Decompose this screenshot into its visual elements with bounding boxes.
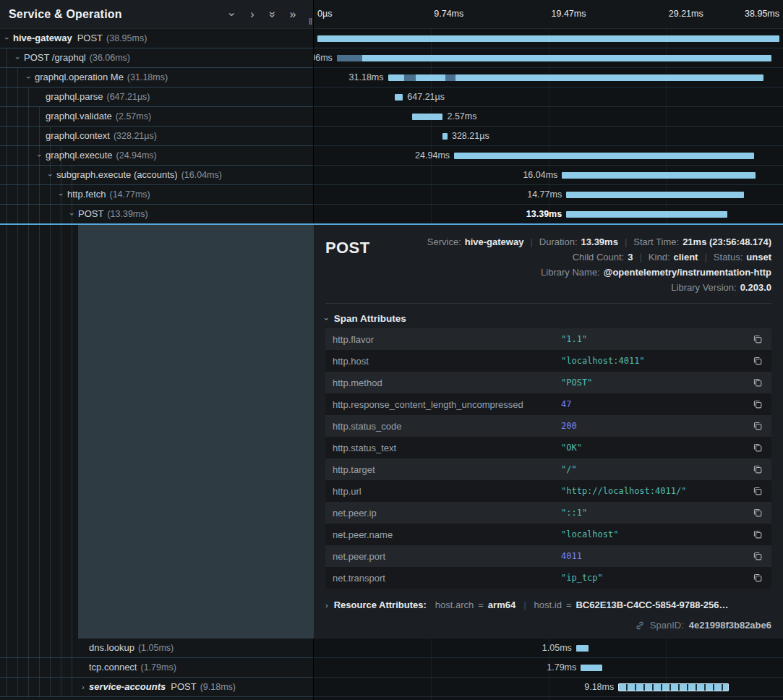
copy-attribute-button[interactable]: [751, 354, 764, 367]
span-duration-bar[interactable]: [388, 74, 763, 81]
meta-value: 3: [628, 252, 633, 262]
collapse-all-icon[interactable]: »: [266, 4, 279, 25]
span-tree-row[interactable]: ›service-accountsPOST(9.18ms): [0, 678, 313, 697]
span-duration-bar[interactable]: [618, 683, 729, 691]
meta-separator: |: [530, 236, 532, 247]
timeline-row[interactable]: 2.57ms: [314, 107, 783, 127]
resource-attributes-title: Resource Attributes:: [334, 599, 427, 610]
span-duration-bar[interactable]: [454, 153, 754, 159]
span-label: http.fetch(14.77ms): [67, 185, 150, 204]
expand-children-icon[interactable]: ›: [242, 8, 262, 21]
span-duration-bar[interactable]: [566, 192, 744, 198]
timeline-rows-top: 36.06ms31.18ms647.21µs2.57ms328.21µs24.9…: [314, 29, 783, 224]
collapse-children-icon[interactable]: ›: [226, 4, 239, 25]
attribute-row: net.peer.ip"::1": [325, 502, 771, 524]
copy-attribute-button[interactable]: [751, 333, 764, 346]
panel-resize-handle[interactable]: ‖: [309, 16, 312, 27]
chevron-down-icon[interactable]: ›: [57, 193, 66, 196]
duration-label: 2.57ms: [447, 107, 476, 127]
meta-separator: |: [704, 252, 706, 262]
span-tree-row[interactable]: ›graphql.execute(24.94ms): [0, 146, 313, 166]
span-tree-row[interactable]: graphql.validate(2.57ms): [0, 107, 313, 127]
attribute-key: net.peer.port: [333, 551, 561, 562]
span-duration: (1.05ms): [138, 643, 174, 653]
chevron-down-icon[interactable]: ›: [46, 174, 55, 176]
span-duration-bar[interactable]: [317, 35, 780, 42]
copy-attribute-button[interactable]: [751, 463, 764, 476]
chevron-down-icon[interactable]: ›: [35, 154, 44, 157]
meta-separator: |: [625, 236, 627, 247]
chevron-down-icon[interactable]: ›: [3, 37, 12, 40]
resource-separator: |: [523, 599, 526, 610]
span-duration-bar[interactable]: [442, 133, 447, 140]
resource-value: BC62E13B-C4CC-5854-9788-256…: [576, 599, 728, 610]
timeline-row[interactable]: 1.79ms: [314, 658, 783, 678]
timeline-row[interactable]: 9.18ms: [314, 678, 783, 697]
link-icon[interactable]: [635, 620, 645, 631]
span-tree-row[interactable]: ›POST /graphql(36.06ms): [0, 48, 313, 68]
span-duration-bar[interactable]: [395, 94, 403, 101]
chevron-down-icon[interactable]: ›: [14, 56, 22, 59]
span-tree-row[interactable]: dns.lookup(1.05ms): [0, 639, 313, 658]
timeline-row[interactable]: 31.18ms: [314, 68, 783, 88]
copy-attribute-button[interactable]: [751, 419, 764, 432]
indent-guide-line: [61, 146, 61, 697]
resource-attributes-toggle[interactable]: › Resource Attributes: host.arch=arm64|h…: [325, 599, 771, 610]
duration-label: 9.18ms: [584, 678, 614, 697]
span-tree-row[interactable]: graphql.context(328.21µs): [0, 127, 313, 146]
timeline-row[interactable]: 328.21µs: [314, 127, 783, 146]
span-tree-row[interactable]: graphql.parse(647.21µs): [0, 88, 313, 107]
equals-sign: =: [478, 599, 484, 610]
span-tree-row[interactable]: ›http.fetch(14.77ms): [0, 185, 313, 205]
span-tree-row[interactable]: ›hive-gatewayPOST(38.95ms): [0, 29, 313, 48]
copy-attribute-button[interactable]: [751, 571, 764, 584]
expand-all-icon[interactable]: »: [283, 8, 303, 21]
span-duration-bar[interactable]: [566, 211, 727, 218]
span-duration: (13.39ms): [107, 209, 147, 219]
span-tree-row[interactable]: ›subgraph.execute (accounts)(16.04ms): [0, 166, 313, 185]
copy-attribute-button[interactable]: [751, 506, 764, 519]
meta-value: 0.203.0: [740, 282, 771, 293]
timeline-row[interactable]: 647.21µs: [314, 88, 783, 107]
detail-header: POST Service:hive-gateway|Duration:13.39…: [314, 225, 783, 295]
chevron-down-icon[interactable]: ›: [68, 213, 77, 215]
duration-label: 24.94ms: [415, 146, 450, 166]
copy-attribute-button[interactable]: [751, 550, 764, 563]
span-duration-bar[interactable]: [576, 645, 589, 652]
attribute-row: http.status_text"OK": [325, 437, 771, 458]
copy-attribute-button[interactable]: [751, 441, 764, 454]
span-duration-bar[interactable]: [562, 172, 755, 179]
chevron-right-icon[interactable]: ›: [82, 683, 85, 691]
span-duration: (1.79ms): [141, 662, 176, 673]
span-attributes-toggle[interactable]: ›Span Attributes: [325, 313, 771, 324]
copy-attribute-button[interactable]: [751, 376, 764, 389]
span-tree-row[interactable]: ›graphql.operation Me(31.18ms): [0, 68, 313, 88]
span-duration-bar[interactable]: [581, 665, 602, 671]
timeline-row[interactable]: 13.39ms: [314, 205, 783, 224]
trace-viewer-app: Service & Operation ››»» ›hive-gatewayPO…: [0, 0, 783, 700]
copy-attribute-button[interactable]: [751, 398, 764, 411]
copy-attribute-button[interactable]: [751, 485, 764, 498]
timeline-row[interactable]: 36.06ms: [314, 48, 783, 68]
attribute-row: http.response_content_length_uncompresse…: [325, 393, 771, 415]
timeline-row[interactable]: 1.05ms: [314, 639, 783, 658]
ruler-tick: 38.95ms: [745, 9, 779, 19]
span-tree-row[interactable]: tcp.connect(1.79ms): [0, 658, 313, 678]
operation-name: POST: [77, 33, 103, 43]
span-duration: (328.21µs): [114, 131, 157, 141]
chevron-down-icon[interactable]: ›: [25, 76, 33, 79]
attribute-value: "localhost:4011": [561, 356, 751, 366]
duration-label: 36.06ms: [314, 48, 333, 68]
timeline-row[interactable]: 24.94ms: [314, 146, 783, 166]
resource-value: arm64: [488, 599, 515, 610]
attribute-row: http.method"POST": [325, 372, 771, 393]
tree-header-title: Service & Operation: [9, 8, 222, 21]
span-duration-bar[interactable]: [337, 55, 771, 61]
timeline-row[interactable]: 14.77ms: [314, 185, 783, 205]
timeline-row[interactable]: [314, 29, 783, 48]
copy-attribute-button[interactable]: [751, 528, 764, 541]
span-tree-row[interactable]: ›POST(13.39ms): [0, 205, 313, 224]
timeline-row[interactable]: 16.04ms: [314, 166, 783, 185]
span-duration-bar[interactable]: [412, 114, 443, 120]
ruler-tick: 29.21ms: [669, 9, 703, 19]
